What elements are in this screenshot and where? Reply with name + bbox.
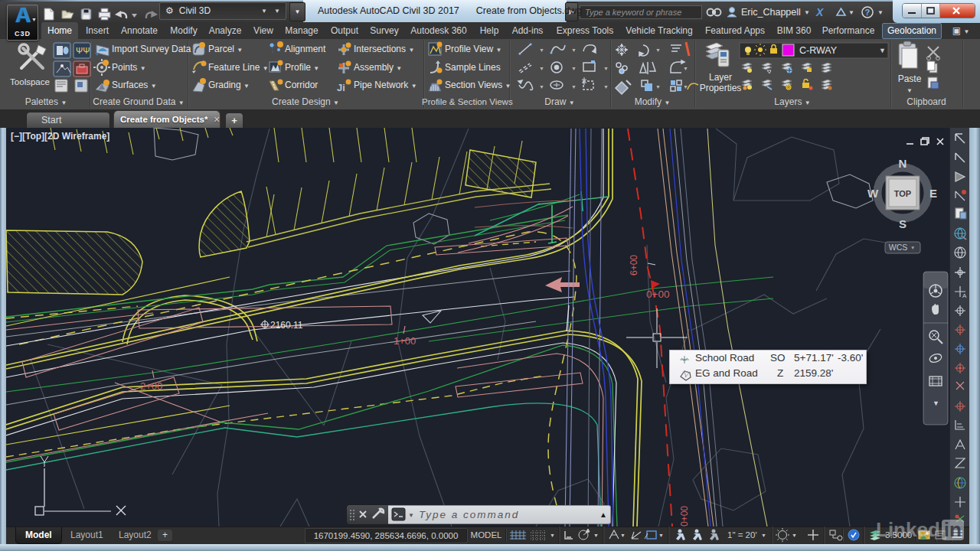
svg-text:ΨΨ: ΨΨ	[76, 46, 90, 55]
svg-text:1+00: 1+00	[394, 335, 416, 347]
svg-text:?: ?	[865, 8, 871, 17]
svg-text:▼: ▼	[539, 84, 544, 90]
svg-text:▼: ▼	[877, 9, 884, 16]
svg-text:▲: ▲	[599, 510, 607, 519]
svg-text:S: S	[899, 217, 906, 230]
svg-text:▼: ▼	[655, 47, 661, 53]
svg-text:▼: ▼	[539, 47, 544, 53]
svg-text:▼: ▼	[683, 66, 688, 71]
svg-text:▼: ▼	[539, 66, 544, 71]
svg-text:▼: ▼	[792, 533, 797, 538]
svg-text:▼: ▼	[571, 66, 577, 71]
svg-text:▼: ▼	[550, 533, 555, 538]
svg-text:6+00: 6+00	[629, 255, 639, 276]
svg-text:W: W	[867, 187, 879, 200]
svg-text:0+00: 0+00	[646, 289, 669, 300]
svg-text:N: N	[899, 157, 907, 170]
svg-text:▼: ▼	[571, 47, 577, 53]
svg-text:▼: ▼	[603, 66, 609, 71]
svg-text:▼: ▼	[910, 245, 915, 250]
svg-text:▼: ▼	[571, 84, 577, 90]
svg-text:▼: ▼	[408, 512, 414, 519]
svg-text:▼: ▼	[848, 9, 854, 16]
svg-text:▼: ▼	[879, 47, 886, 54]
svg-text:▼: ▼	[804, 9, 810, 16]
svg-text:1" = 20': 1" = 20'	[727, 530, 757, 540]
svg-text:▼: ▼	[603, 84, 609, 90]
svg-text:▼: ▼	[620, 533, 626, 538]
svg-text:C-RWAY: C-RWAY	[799, 45, 838, 56]
svg-text:▼: ▼	[593, 533, 599, 538]
svg-text:Eric_Chappell: Eric_Chappell	[741, 7, 801, 18]
svg-text:▼: ▼	[655, 84, 661, 90]
svg-text:WCS: WCS	[889, 243, 908, 252]
svg-text:2160.11: 2160.11	[270, 320, 303, 331]
svg-text:Type a command: Type a command	[419, 509, 519, 520]
svg-text:TOP: TOP	[894, 189, 911, 198]
svg-text:2+00: 2+00	[140, 380, 162, 392]
svg-text:▼: ▼	[658, 533, 664, 538]
svg-text:▼: ▼	[933, 399, 939, 407]
svg-text:X: X	[815, 6, 825, 18]
svg-text:▼: ▼	[761, 533, 766, 538]
svg-text:A: A	[962, 292, 967, 299]
svg-text:Ji: Ji	[337, 82, 345, 93]
svg-text:0+00: 0+00	[679, 506, 690, 527]
svg-text:E: E	[929, 187, 937, 200]
